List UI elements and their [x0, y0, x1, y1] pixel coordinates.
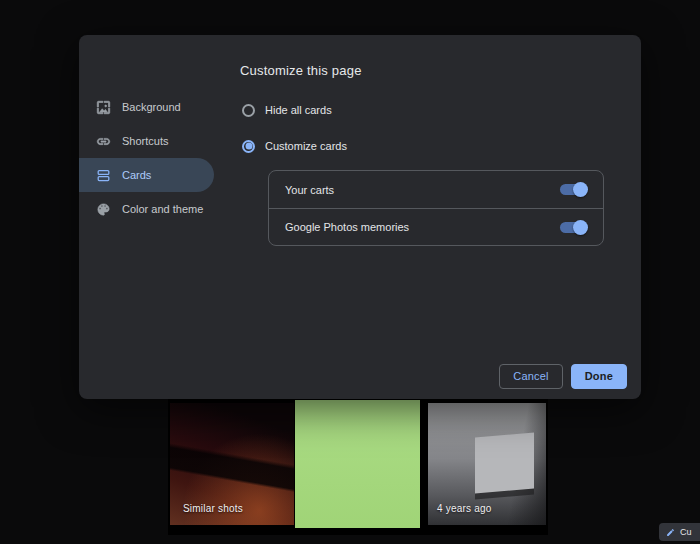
link-icon	[96, 134, 111, 149]
toggle-knob	[573, 182, 588, 197]
your-carts-toggle[interactable]	[560, 184, 587, 195]
done-button[interactable]: Done	[571, 364, 627, 389]
cancel-button[interactable]: Cancel	[499, 364, 562, 389]
card-row-label: Your carts	[285, 184, 334, 196]
photo-caption: 4 years ago	[437, 503, 491, 514]
photo-card-green[interactable]	[295, 400, 420, 528]
customize-chip-label: Cu	[680, 527, 692, 537]
dialog-sidebar: Background Shortcuts Cards Color and the…	[79, 90, 214, 226]
sidebar-item-label: Cards	[122, 169, 151, 181]
sidebar-item-label: Background	[122, 101, 181, 113]
dialog-footer: Cancel Done	[499, 364, 627, 389]
card-row-label: Google Photos memories	[285, 221, 409, 233]
photo-caption: Similar shots	[183, 503, 243, 514]
option-label: Customize cards	[265, 140, 347, 152]
customize-dialog: Customize this page Background Shortcuts…	[79, 35, 641, 399]
option-label: Hide all cards	[265, 104, 332, 116]
pencil-icon	[666, 528, 675, 537]
cards-toggle-list: Your carts Google Photos memories	[268, 170, 604, 246]
dialog-title: Customize this page	[240, 63, 362, 78]
card-row-google-photos-memories: Google Photos memories	[269, 208, 603, 245]
option-hide-all-cards[interactable]: Hide all cards	[242, 101, 332, 119]
cards-icon	[96, 168, 111, 183]
radio-customize-cards[interactable]	[242, 140, 255, 153]
sidebar-item-label: Shortcuts	[122, 135, 168, 147]
sidebar-item-shortcuts[interactable]: Shortcuts	[79, 124, 214, 158]
palette-icon	[96, 202, 111, 217]
toggle-knob	[573, 220, 588, 235]
google-photos-memories-toggle[interactable]	[560, 222, 587, 233]
background-icon	[96, 100, 111, 115]
sidebar-item-color-and-theme[interactable]: Color and theme	[79, 192, 214, 226]
card-row-your-carts: Your carts	[269, 171, 603, 208]
sidebar-item-background[interactable]: Background	[79, 90, 214, 124]
photo-card-similar-shots[interactable]: Similar shots	[170, 403, 294, 525]
customize-page-chip[interactable]: Cu	[659, 523, 700, 541]
sidebar-item-cards[interactable]: Cards	[79, 158, 214, 192]
screen: Similar shots 4 years ago Cu Customize t…	[0, 0, 700, 544]
sidebar-item-label: Color and theme	[122, 203, 203, 215]
radio-hide-all-cards[interactable]	[242, 104, 255, 117]
photo-card-4-years-ago[interactable]: 4 years ago	[428, 403, 546, 525]
option-customize-cards[interactable]: Customize cards	[242, 137, 347, 155]
